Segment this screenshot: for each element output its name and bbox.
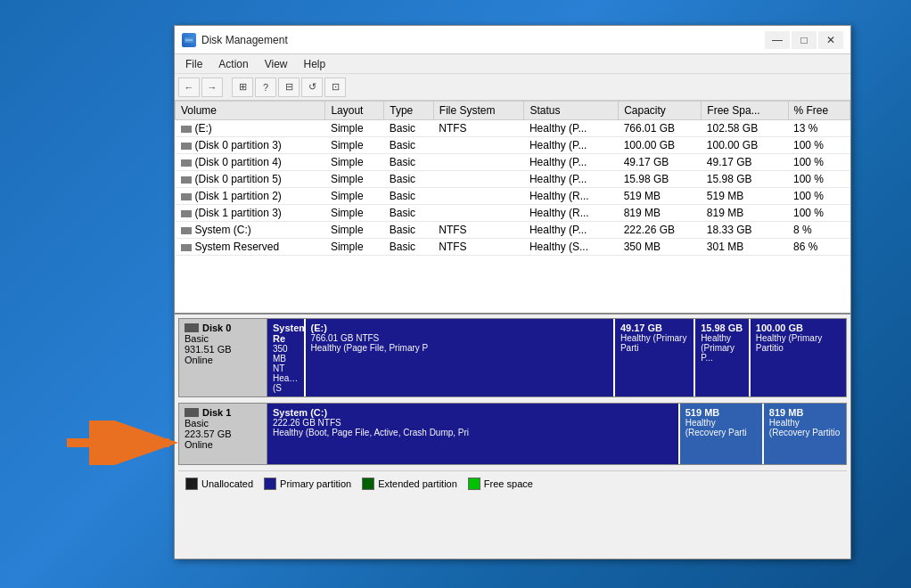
disk-label-1: Disk 1 Basic 223.57 GB Online bbox=[178, 403, 267, 465]
cell-volume: (Disk 0 partition 5) bbox=[176, 171, 325, 188]
col-capacity[interactable]: Capacity bbox=[619, 102, 702, 120]
cell-volume: (Disk 0 partition 4) bbox=[176, 154, 325, 171]
row-icon bbox=[181, 244, 192, 251]
table-row[interactable]: (Disk 0 partition 5)SimpleBasicHealthy (… bbox=[176, 171, 850, 188]
cell-volume: (E:) bbox=[176, 120, 325, 137]
table-row[interactable]: System (C:)SimpleBasicNTFSHealthy (P...2… bbox=[176, 222, 850, 239]
cell-layout: Simple bbox=[325, 120, 384, 137]
partition-0-0[interactable]: System Re 350 MB NT Healthy (S bbox=[267, 319, 306, 396]
minimize-button[interactable]: — bbox=[765, 31, 790, 49]
table-row[interactable]: (Disk 1 partition 2)SimpleBasicHealthy (… bbox=[176, 188, 850, 205]
cell-pct: 100 % bbox=[788, 137, 849, 154]
app-icon bbox=[182, 33, 196, 47]
cell-layout: Simple bbox=[325, 188, 384, 205]
table-row[interactable]: (Disk 0 partition 3)SimpleBasicHealthy (… bbox=[176, 137, 850, 154]
partition-0-1[interactable]: (E:) 766.01 GB NTFS Healthy (Page File, … bbox=[306, 319, 615, 396]
cell-type: Basic bbox=[384, 137, 434, 154]
partition-1-1[interactable]: 519 MB Healthy (Recovery Parti bbox=[680, 404, 764, 464]
svg-rect-3 bbox=[185, 39, 193, 41]
row-icon bbox=[181, 227, 192, 234]
legend-box-unallocated bbox=[185, 478, 198, 490]
cell-fs: NTFS bbox=[433, 222, 524, 239]
legend-box-primary bbox=[264, 478, 276, 490]
grid-button[interactable]: ⊞ bbox=[232, 78, 253, 97]
table-row[interactable]: (Disk 1 partition 3)SimpleBasicHealthy (… bbox=[176, 205, 850, 222]
row-icon bbox=[181, 143, 192, 150]
col-pctfree[interactable]: % Free bbox=[788, 102, 849, 120]
cell-capacity: 49.17 GB bbox=[619, 154, 702, 171]
col-status[interactable]: Status bbox=[524, 102, 619, 120]
disk-partitions-1: System (C:) 222.26 GB NTFS Healthy (Boot… bbox=[267, 403, 847, 465]
cell-layout: Simple bbox=[325, 137, 384, 154]
partition-desc-1-2: Healthy (Recovery Partitio bbox=[769, 418, 841, 437]
col-volume[interactable]: Volume bbox=[176, 102, 325, 120]
partition-1-2[interactable]: 819 MB Healthy (Recovery Partitio bbox=[764, 404, 846, 464]
legend-label-extended: Extended partition bbox=[378, 478, 457, 489]
col-filesystem[interactable]: File System bbox=[433, 102, 524, 120]
row-icon bbox=[181, 193, 192, 200]
partition-0-2[interactable]: 49.17 GB Healthy (Primary Parti bbox=[615, 319, 695, 396]
cell-layout: Simple bbox=[325, 171, 384, 188]
col-layout[interactable]: Layout bbox=[325, 102, 384, 120]
close-button[interactable]: ✕ bbox=[818, 31, 843, 49]
menu-help[interactable]: Help bbox=[297, 56, 333, 72]
legend-unallocated: Unallocated bbox=[185, 478, 253, 490]
disk-status-0: Online bbox=[185, 355, 261, 365]
partition-0-4[interactable]: 100.00 GB Healthy (Primary Partitio bbox=[751, 319, 846, 396]
disk-visual-section[interactable]: Disk 0 Basic 931.51 GB Online System Re … bbox=[175, 314, 850, 559]
disk-block-0: Disk 0 Basic 931.51 GB Online System Re … bbox=[178, 318, 847, 397]
disk-name-1: Disk 1 bbox=[185, 407, 261, 418]
disk-icon-1 bbox=[185, 408, 199, 417]
legend-label-free: Free space bbox=[484, 478, 533, 489]
col-freespace[interactable]: Free Spa... bbox=[702, 102, 788, 120]
disk-label-0: Disk 0 Basic 931.51 GB Online bbox=[178, 318, 267, 397]
refresh-button[interactable]: ↺ bbox=[301, 78, 323, 97]
cell-pct: 100 % bbox=[788, 205, 849, 222]
cell-capacity: 350 MB bbox=[619, 239, 702, 256]
forward-button[interactable]: → bbox=[201, 78, 223, 97]
partition-size-0-1: 766.01 GB NTFS bbox=[311, 333, 608, 343]
cell-capacity: 100.00 GB bbox=[619, 137, 702, 154]
disk-size-0: 931.51 GB bbox=[185, 344, 261, 355]
window-title: Disk Management bbox=[201, 34, 765, 46]
cell-capacity: 819 MB bbox=[619, 205, 702, 222]
cell-fs bbox=[433, 188, 524, 205]
partition-1-0[interactable]: System (C:) 222.26 GB NTFS Healthy (Boot… bbox=[267, 404, 680, 464]
cell-capacity: 222.26 GB bbox=[619, 222, 702, 239]
cell-capacity: 519 MB bbox=[619, 188, 702, 205]
volume-table-section[interactable]: Volume Layout Type File System Status Ca… bbox=[175, 101, 850, 314]
cell-free: 15.98 GB bbox=[702, 171, 788, 188]
col-type[interactable]: Type bbox=[384, 102, 434, 120]
partition-desc-0-4: Healthy (Primary Partitio bbox=[756, 333, 841, 353]
cell-fs bbox=[433, 171, 524, 188]
legend-bar: Unallocated Primary partition Extended p… bbox=[178, 470, 847, 495]
cell-status: Healthy (P... bbox=[524, 171, 619, 188]
cell-layout: Simple bbox=[325, 222, 384, 239]
menu-file[interactable]: File bbox=[178, 56, 209, 72]
partition-desc-0-0: Healthy (S bbox=[273, 373, 299, 393]
table-row[interactable]: (Disk 0 partition 4)SimpleBasicHealthy (… bbox=[176, 154, 850, 171]
disk-management-window: Disk Management — □ ✕ File Action View H… bbox=[174, 25, 851, 559]
legend-label-primary: Primary partition bbox=[280, 478, 351, 489]
help-button[interactable]: ? bbox=[255, 78, 276, 97]
disk-size-1: 223.57 GB bbox=[185, 429, 261, 439]
partition-0-3[interactable]: 15.98 GB Healthy (Primary P... bbox=[695, 319, 751, 396]
back-button[interactable]: ← bbox=[178, 78, 200, 97]
minus-button[interactable]: ⊟ bbox=[278, 78, 300, 97]
expand-button[interactable]: ⊡ bbox=[324, 78, 346, 97]
cell-volume: System Reserved bbox=[176, 239, 325, 256]
cell-fs bbox=[433, 137, 524, 154]
menu-view[interactable]: View bbox=[258, 56, 295, 72]
menu-action[interactable]: Action bbox=[211, 56, 255, 72]
cell-fs bbox=[433, 205, 524, 222]
partition-name-0-1: (E:) bbox=[311, 323, 608, 333]
maximize-button[interactable]: □ bbox=[792, 31, 817, 49]
table-row[interactable]: System ReservedSimpleBasicNTFSHealthy (S… bbox=[176, 239, 850, 256]
cell-layout: Simple bbox=[325, 154, 384, 171]
partition-desc-1-0: Healthy (Boot, Page File, Active, Crash … bbox=[273, 428, 673, 437]
cell-fs: NTFS bbox=[433, 120, 524, 137]
partition-name-1-1: 519 MB bbox=[685, 407, 757, 418]
disk-name-0: Disk 0 bbox=[185, 323, 261, 333]
cell-layout: Simple bbox=[325, 239, 384, 256]
table-row[interactable]: (E:)SimpleBasicNTFSHealthy (P...766.01 G… bbox=[176, 120, 850, 137]
